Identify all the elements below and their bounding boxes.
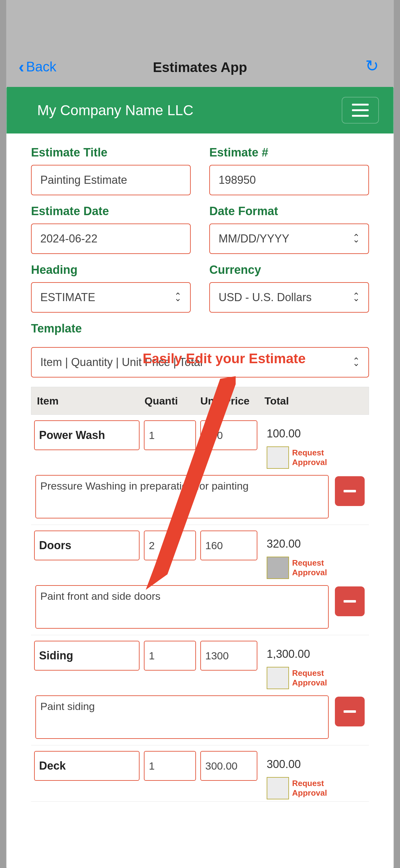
heading-value: ESTIMATE bbox=[40, 291, 95, 304]
request-approval-checkbox[interactable] bbox=[267, 777, 289, 799]
reload-icon: ↻ bbox=[365, 57, 379, 75]
content-area: My Company Name LLC Easily Edit your Est… bbox=[6, 87, 394, 868]
request-approval-checkbox[interactable] bbox=[267, 557, 289, 579]
chevron-left-icon: ‹ bbox=[19, 58, 24, 75]
date-format-select[interactable]: MM/DD/YYYY bbox=[209, 223, 369, 254]
navigation-bar: ‹ Back Estimates App ↻ bbox=[6, 0, 394, 87]
request-approval-checkbox[interactable] bbox=[267, 667, 289, 689]
chevron-updown-icon bbox=[353, 359, 360, 366]
date-format-value: MM/DD/YYYY bbox=[219, 232, 289, 245]
template-select[interactable]: Item | Quantity | Unit Price | Total bbox=[31, 347, 369, 377]
item-total-value: 1,300.00 bbox=[267, 648, 310, 660]
back-button[interactable]: ‹ Back bbox=[19, 58, 57, 75]
item-total-value: 300.00 bbox=[267, 758, 301, 771]
chevron-updown-icon bbox=[174, 294, 181, 301]
currency-select[interactable]: USD - U.S. Dollars bbox=[209, 282, 369, 313]
item-total-value: 320.00 bbox=[267, 537, 301, 550]
item-total-value: 100.00 bbox=[267, 427, 301, 440]
page-title: Estimates App bbox=[153, 60, 247, 75]
reload-button[interactable]: ↻ bbox=[365, 57, 379, 75]
request-approval-checkbox[interactable] bbox=[267, 446, 289, 469]
heading-select[interactable]: ESTIMATE bbox=[31, 282, 191, 313]
chevron-updown-icon bbox=[353, 235, 360, 243]
app-window: ‹ Back Estimates App ↻ My Company Name L… bbox=[6, 0, 394, 868]
request-approval-label: Request Approval bbox=[292, 779, 326, 798]
request-approval-label: Request Approval bbox=[292, 448, 326, 467]
chevron-updown-icon bbox=[353, 294, 360, 301]
request-approval-label: Request Approval bbox=[292, 669, 326, 688]
template-value: Item | Quantity | Unit Price | Total bbox=[40, 356, 203, 369]
currency-value: USD - U.S. Dollars bbox=[219, 291, 312, 304]
request-approval-label: Request Approval bbox=[292, 558, 326, 578]
device-background: ‹ Back Estimates App ↻ My Company Name L… bbox=[0, 0, 400, 868]
back-label: Back bbox=[26, 59, 57, 74]
